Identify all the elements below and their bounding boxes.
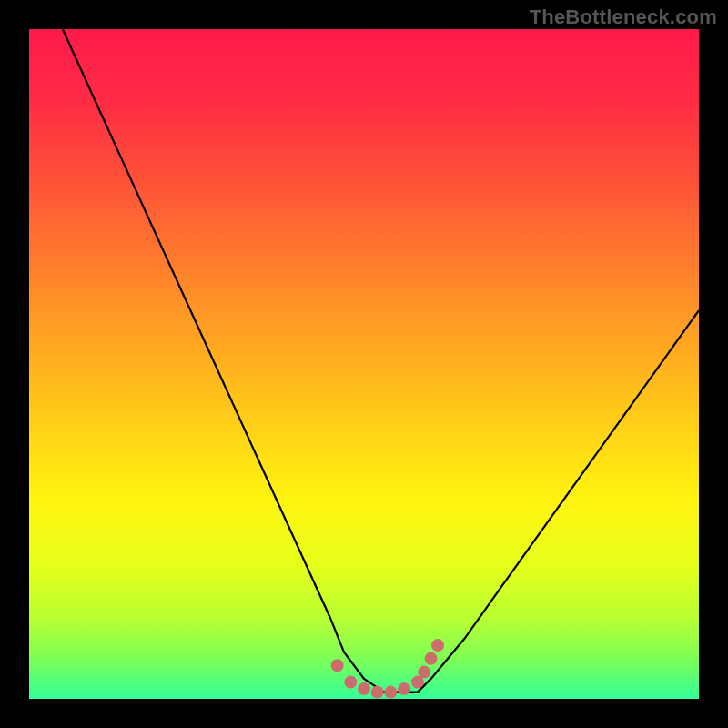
plot-area — [29, 29, 699, 699]
marker-dot — [331, 659, 344, 672]
gradient-background — [29, 29, 699, 699]
marker-dot — [418, 666, 430, 679]
marker-dot — [431, 639, 444, 652]
marker-dot — [398, 682, 410, 695]
watermark-text: TheBottleneck.com — [530, 5, 717, 29]
chart-frame: TheBottleneck.com — [0, 0, 728, 728]
bottleneck-chart — [29, 29, 699, 699]
marker-dot — [344, 676, 357, 689]
marker-dot — [384, 686, 397, 699]
marker-dot — [425, 652, 438, 665]
marker-dot — [371, 686, 384, 699]
marker-dot — [358, 682, 370, 695]
